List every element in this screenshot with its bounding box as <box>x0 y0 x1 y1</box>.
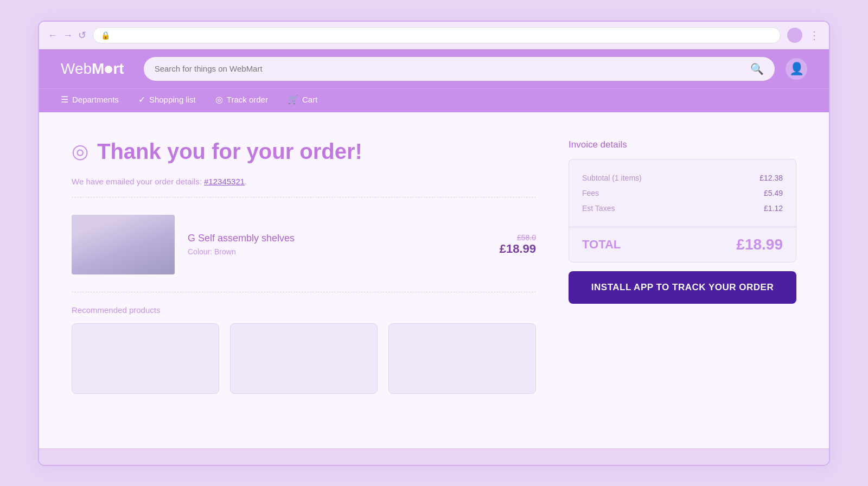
browser-chrome: ← → ↺ 🔒 ⋮ <box>39 22 829 49</box>
subtotal-label: Subtotal (1 items) <box>582 174 642 182</box>
invoice-box: Subtotal (1 items) £12.38 Fees £5.49 Est… <box>569 159 796 227</box>
fees-label: Fees <box>582 189 599 197</box>
order-email-text: We have emailed your order details: #123… <box>72 177 536 186</box>
user-icon: 👤 <box>789 62 804 76</box>
taxes-amount: £1.12 <box>764 204 783 213</box>
profile-circle[interactable] <box>787 28 802 43</box>
invoice-title: Invoice details <box>569 139 796 150</box>
address-bar[interactable]: 🔒 <box>93 27 781 43</box>
search-bar[interactable]: 🔍 <box>144 57 775 81</box>
product-name: G Self assembly shelves <box>188 233 487 244</box>
recommended-grid <box>72 323 536 394</box>
browser-right: ⋮ <box>787 28 820 43</box>
fees-amount: £5.49 <box>764 189 783 197</box>
divider-top <box>72 197 536 197</box>
logo-web: Web <box>61 60 92 77</box>
departments-icon: ☰ <box>61 94 68 105</box>
invoice-fees-row: Fees £5.49 <box>582 186 783 201</box>
total-amount: £18.99 <box>736 236 783 253</box>
right-column: Invoice details Subtotal (1 items) £12.3… <box>569 139 796 394</box>
bottom-bar <box>39 449 829 465</box>
shelf-art-decoration <box>72 215 175 274</box>
recommended-card-1[interactable] <box>72 323 219 394</box>
site-nav: ☰ Departments ✓ Shopping list ◎ Track or… <box>39 88 829 112</box>
product-price: £58.0 £18.99 <box>500 233 536 256</box>
invoice-taxes-row: Est Taxes £1.12 <box>582 201 783 216</box>
thank-you-heading: ◎ Thank you for your order! <box>72 139 536 164</box>
taxes-label: Est Taxes <box>582 204 615 213</box>
thank-you-icon: ◎ <box>72 140 88 163</box>
thank-you-section: ◎ Thank you for your order! We have emai… <box>72 139 796 394</box>
subtotal-amount: £12.38 <box>760 174 783 182</box>
original-price: £58.0 <box>500 233 536 242</box>
browser-window: ← → ↺ 🔒 ⋮ WebMrt 🔍 👤 ☰ Departments <box>38 21 830 466</box>
forward-button[interactable]: → <box>63 30 73 40</box>
product-image <box>72 215 175 274</box>
product-color: Colour: Brown <box>188 247 487 256</box>
cart-icon: 🛒 <box>288 94 298 105</box>
divider-bottom <box>72 292 536 292</box>
sale-price: £18.99 <box>500 242 536 255</box>
lock-icon: 🔒 <box>101 31 110 40</box>
user-avatar[interactable]: 👤 <box>786 58 807 80</box>
site-header: WebMrt 🔍 👤 <box>39 49 829 88</box>
email-prefix: We have emailed your order details: <box>72 177 204 186</box>
nav-departments[interactable]: ☰ Departments <box>61 94 119 105</box>
email-suffix: . <box>245 177 247 186</box>
cart-label: Cart <box>302 95 317 104</box>
track-order-icon: ◎ <box>215 94 223 105</box>
shopping-list-label: Shopping list <box>149 95 196 104</box>
recommended-card-3[interactable] <box>388 323 536 394</box>
total-row: TOTAL £18.99 <box>569 227 796 262</box>
browser-controls: ← → ↺ <box>48 30 86 40</box>
search-input[interactable] <box>155 64 745 73</box>
logo-mart: Mrt <box>92 60 124 77</box>
nav-cart[interactable]: 🛒 Cart <box>288 94 317 105</box>
order-item: G Self assembly shelves Colour: Brown £5… <box>72 206 536 283</box>
departments-label: Departments <box>72 95 119 104</box>
back-button[interactable]: ← <box>48 30 58 40</box>
left-column: ◎ Thank you for your order! We have emai… <box>72 139 536 394</box>
main-content: ◎ Thank you for your order! We have emai… <box>39 112 829 449</box>
shopping-list-icon: ✓ <box>138 94 145 105</box>
search-icon: 🔍 <box>750 62 764 75</box>
product-info: G Self assembly shelves Colour: Brown <box>188 233 487 256</box>
recommended-card-2[interactable] <box>230 323 378 394</box>
install-app-button[interactable]: INSTALL APP TO TRACK YOUR ORDER <box>569 271 796 304</box>
order-number-link[interactable]: #12345321 <box>204 177 245 186</box>
recommended-title: Recommended products <box>72 305 536 315</box>
total-label: TOTAL <box>582 238 621 252</box>
invoice-wrapper: Subtotal (1 items) £12.38 Fees £5.49 Est… <box>569 159 796 263</box>
reload-button[interactable]: ↺ <box>78 30 86 40</box>
nav-shopping-list[interactable]: ✓ Shopping list <box>138 94 196 105</box>
track-order-label: Track order <box>227 95 268 104</box>
site-logo[interactable]: WebMrt <box>61 60 124 78</box>
thank-you-title: Thank you for your order! <box>97 139 362 164</box>
menu-dots-button[interactable]: ⋮ <box>809 29 820 42</box>
nav-track-order[interactable]: ◎ Track order <box>215 94 268 105</box>
invoice-subtotal-row: Subtotal (1 items) £12.38 <box>582 170 783 186</box>
